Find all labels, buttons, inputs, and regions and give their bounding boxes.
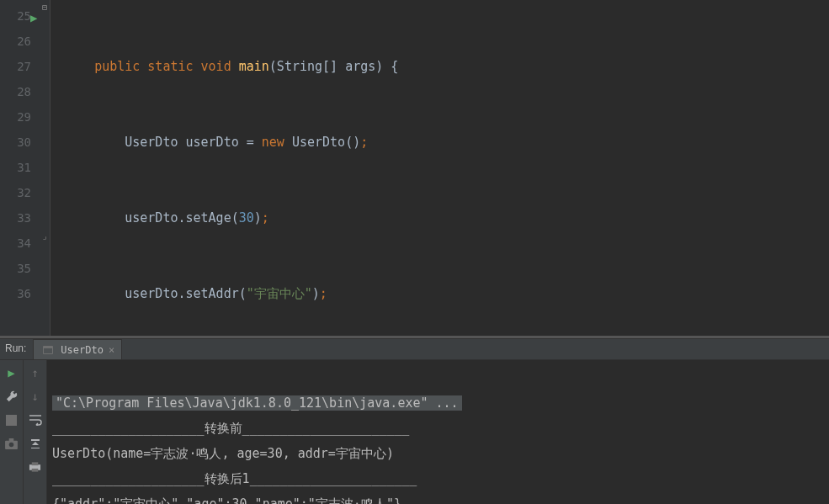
toolbar-secondary: ↑ ↓ bbox=[24, 360, 47, 504]
console-line: UserDto(name=宇志波·鸣人, age=30, addr=宇宙中心) bbox=[52, 446, 394, 461]
scroll-end-icon[interactable] bbox=[28, 436, 43, 451]
svg-rect-2 bbox=[6, 415, 17, 426]
stop-icon[interactable] bbox=[4, 412, 19, 427]
softwrap-icon[interactable] bbox=[28, 412, 43, 427]
svg-rect-5 bbox=[9, 438, 14, 442]
wrench-icon[interactable] bbox=[4, 389, 19, 404]
panel-header: Run: UserDto × bbox=[0, 339, 829, 360]
class-icon bbox=[40, 342, 56, 358]
close-icon[interactable]: × bbox=[109, 344, 114, 356]
panel-label: Run: bbox=[5, 342, 26, 354]
run-tab[interactable]: UserDto × bbox=[33, 339, 122, 359]
editor-area: 25▶ 26 27 28 29 30 31 32 33 34 35 36 ⊟ ⌟… bbox=[0, 0, 829, 336]
console-line: ____________________转换后1________________… bbox=[52, 471, 417, 486]
toolbar-primary: ▶ bbox=[0, 360, 24, 504]
console-line: ____________________转换前_________________… bbox=[52, 421, 409, 436]
svg-rect-8 bbox=[32, 469, 39, 472]
code-editor[interactable]: public static void main(String[] args) {… bbox=[50, 0, 829, 336]
fold-end-icon[interactable]: ⌟ bbox=[42, 231, 47, 241]
down-icon[interactable]: ↓ bbox=[28, 389, 43, 404]
up-icon[interactable]: ↑ bbox=[28, 365, 43, 380]
svg-rect-1 bbox=[44, 348, 52, 353]
svg-point-4 bbox=[9, 442, 14, 447]
fold-icon[interactable]: ⊟ bbox=[42, 3, 47, 12]
run-icon[interactable]: ▶ bbox=[4, 365, 19, 380]
print-icon[interactable] bbox=[28, 459, 43, 475]
console-line: {"addr":"宇宙中心","age":30,"name":"宇志波·鸣人"} bbox=[52, 496, 401, 504]
svg-rect-7 bbox=[32, 462, 39, 465]
camera-icon[interactable] bbox=[4, 436, 19, 451]
tab-label: UserDto bbox=[61, 344, 104, 356]
run-panel: Run: UserDto × ▶ ↑ ↓ "C:\Program Files\J… bbox=[0, 338, 829, 504]
command-line: "C:\Program Files\Java\jdk1.8.0_121\bin\… bbox=[52, 395, 462, 411]
gutter: 25▶ 26 27 28 29 30 31 32 33 34 35 36 ⊟ ⌟ bbox=[0, 0, 50, 336]
console-output[interactable]: "C:\Program Files\Java\jdk1.8.0_121\bin\… bbox=[47, 360, 829, 504]
